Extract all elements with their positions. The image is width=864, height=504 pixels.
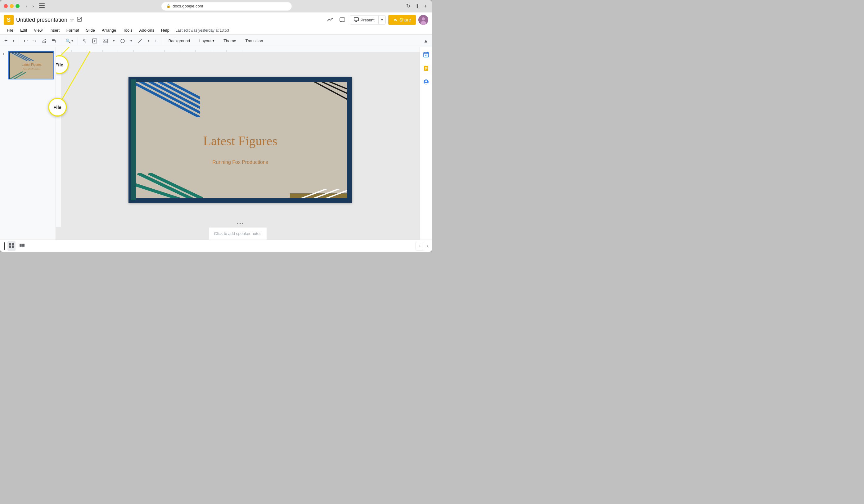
- toolbar-separator-3: [77, 37, 78, 45]
- close-button[interactable]: [4, 4, 8, 8]
- menu-item-insert[interactable]: Insert: [46, 27, 63, 34]
- next-slide-button[interactable]: ›: [427, 243, 428, 249]
- svg-rect-78: [12, 243, 14, 245]
- svg-point-76: [425, 80, 427, 82]
- menu-item-help[interactable]: Help: [158, 27, 172, 34]
- svg-rect-15: [103, 39, 107, 43]
- avatar[interactable]: [418, 15, 428, 25]
- editor-main: Latest Figures Running Fox Productions: [56, 52, 420, 227]
- editor-area: Latest Figures Running Fox Productions: [56, 47, 420, 240]
- filmstrip-view-button[interactable]: [18, 241, 26, 251]
- maximize-button[interactable]: [15, 4, 20, 8]
- back-button[interactable]: ‹: [25, 3, 28, 10]
- share-page-button[interactable]: ⬆: [414, 2, 421, 10]
- slide-dropdown-button[interactable]: ▾: [11, 38, 16, 44]
- toolbar: + ▾ ↩ ↪ 🖨 🔍 ▾: [0, 35, 432, 47]
- background-button[interactable]: Background: [165, 37, 194, 45]
- svg-rect-82: [21, 244, 23, 247]
- present-label: Present: [361, 18, 375, 22]
- scroll-dot-2: [240, 223, 241, 224]
- slide-canvas-area[interactable]: Latest Figures Running Fox Productions: [61, 52, 420, 227]
- image-button[interactable]: [100, 37, 110, 45]
- tasks-icon-button[interactable]: [421, 63, 431, 73]
- add-slide-button[interactable]: +: [2, 36, 10, 45]
- present-dropdown-button[interactable]: ▾: [378, 16, 385, 24]
- svg-text:Running Fox Productions: Running Fox Productions: [23, 68, 41, 70]
- drive-save-icon[interactable]: [77, 16, 82, 23]
- svg-line-45: [141, 77, 218, 117]
- svg-rect-0: [39, 3, 45, 4]
- right-sidebar: 31: [420, 47, 432, 240]
- browser-window: ‹ › 🔒 docs.google.com ↻ ⬆ +: [0, 0, 432, 252]
- image-dropdown-button[interactable]: ▾: [111, 38, 117, 44]
- theme-button[interactable]: Theme: [219, 37, 240, 45]
- redo-button[interactable]: ↪: [31, 37, 38, 45]
- presentation-title[interactable]: Untitled presentation: [16, 17, 67, 23]
- print-button[interactable]: 🖨: [40, 37, 48, 45]
- text-box-button[interactable]: [90, 37, 99, 45]
- svg-point-16: [104, 40, 105, 41]
- menu-item-arrange[interactable]: Arrange: [99, 27, 119, 34]
- menu-item-edit[interactable]: Edit: [17, 27, 30, 34]
- svg-text:31: 31: [425, 54, 427, 57]
- svg-rect-81: [20, 244, 21, 247]
- speaker-notes[interactable]: Click to add speaker notes: [209, 227, 266, 240]
- insert-comment-button[interactable]: +: [153, 37, 159, 45]
- slide-1-wrapper: 1 Latest Figur: [1, 50, 54, 81]
- zoom-icon: 🔍: [65, 38, 71, 44]
- minimize-button[interactable]: [10, 4, 14, 8]
- svg-rect-1: [39, 5, 45, 6]
- menu-item-slide[interactable]: Slide: [83, 27, 98, 34]
- menu-bar: File Edit View Insert Format Slide Arran…: [4, 26, 428, 34]
- grid-view-button[interactable]: [8, 241, 15, 251]
- transition-button[interactable]: Transition: [241, 37, 267, 45]
- svg-point-9: [422, 17, 425, 21]
- undo-button[interactable]: ↩: [22, 37, 29, 45]
- app-container: S Untitled presentation ☆: [0, 12, 432, 252]
- layout-button[interactable]: Layout ▾: [195, 37, 218, 45]
- toolbar-collapse-button[interactable]: ▲: [422, 37, 430, 45]
- add-slide-bottom-button[interactable]: +: [416, 242, 424, 250]
- sidebar-toggle-button[interactable]: [38, 2, 46, 10]
- slide-1-thumbnail[interactable]: Latest Figures Running Fox Productions: [8, 51, 54, 80]
- paint-format-button[interactable]: [50, 37, 58, 45]
- svg-rect-5: [354, 18, 358, 21]
- shape-button[interactable]: [118, 37, 127, 45]
- main-content: 1 Latest Figur: [0, 47, 432, 240]
- address-bar[interactable]: 🔒 docs.google.com: [161, 2, 292, 11]
- menu-item-tools[interactable]: Tools: [120, 27, 135, 34]
- svg-line-18: [138, 39, 142, 43]
- line-dropdown-button[interactable]: ▾: [146, 38, 152, 44]
- scroll-dot-1: [237, 223, 238, 224]
- svg-rect-83: [23, 244, 25, 247]
- forward-button[interactable]: ›: [31, 3, 35, 10]
- new-tab-button[interactable]: +: [423, 2, 428, 10]
- star-icon[interactable]: ☆: [70, 17, 74, 23]
- present-button[interactable]: Present: [350, 15, 378, 24]
- menu-item-file[interactable]: File: [4, 27, 16, 34]
- zoom-control[interactable]: 🔍 ▾: [64, 38, 75, 44]
- shape-dropdown-button[interactable]: ▾: [129, 38, 134, 44]
- scroll-indicator: [4, 242, 5, 250]
- calendar-icon-button[interactable]: 31: [421, 50, 431, 60]
- browser-titlebar: ‹ › 🔒 docs.google.com ↻ ⬆ +: [0, 0, 432, 12]
- svg-rect-79: [9, 245, 11, 248]
- svg-text:Latest Figures: Latest Figures: [22, 63, 41, 67]
- traffic-lights: [4, 4, 20, 8]
- line-button[interactable]: [135, 37, 145, 45]
- share-button[interactable]: Share: [388, 15, 416, 25]
- contacts-icon-button[interactable]: [421, 77, 431, 87]
- slide-number: 1: [2, 52, 7, 56]
- lock-icon: 🔒: [166, 4, 171, 8]
- menu-item-view[interactable]: View: [31, 27, 46, 34]
- svg-rect-77: [9, 243, 11, 245]
- comment-button[interactable]: [337, 15, 347, 24]
- analytics-button[interactable]: [325, 15, 335, 24]
- menu-item-addons[interactable]: Add-ons: [136, 27, 157, 34]
- menu-item-format[interactable]: Format: [63, 27, 82, 34]
- select-cursor-button[interactable]: ↖: [80, 36, 89, 46]
- reload-button[interactable]: ↻: [405, 2, 411, 10]
- svg-rect-80: [12, 245, 14, 248]
- slides-panel: 1 Latest Figur: [0, 47, 56, 240]
- share-label: Share: [399, 17, 411, 22]
